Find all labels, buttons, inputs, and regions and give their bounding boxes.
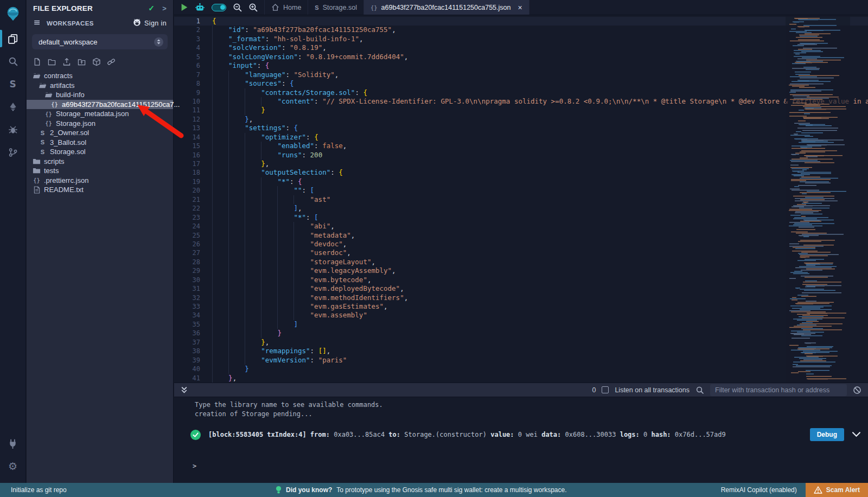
code-line: 15 "enabled": false, [174,142,868,150]
json-file-icon: {} [44,120,53,126]
line-number: 33 [174,302,212,311]
terminal-header-controls: 0 Listen on all transactions [592,384,861,396]
sign-in-button[interactable]: Sign in [133,18,167,28]
search-icon[interactable] [0,50,26,73]
code-line: 14 "optimizer": { [174,133,868,142]
terminal-info-lines: Type the library name to see available c… [174,397,868,418]
zoom-in-icon[interactable] [248,3,258,12]
line-number: 35 [174,320,212,329]
tab-home[interactable]: Home [264,0,308,15]
debugger-icon[interactable] [0,118,26,141]
file-tree-item[interactable]: S3_Ballot.sol [27,138,173,148]
upload-folder-icon[interactable] [77,58,86,66]
activity-bar-bottom: ⚙ [0,432,26,477]
solidity-compiler-icon[interactable]: S [0,73,26,95]
file-tree-item[interactable]: {}Storage_metadata.json [27,109,173,119]
file-label: scripts [44,157,65,165]
code-line: 3 "_format": "hh-sol-build-info-1", [174,35,868,43]
copilot-toggle[interactable] [212,4,226,11]
line-number: 2 [174,26,212,34]
remix-logo-icon[interactable] [0,0,26,27]
workspace-spinner-icon[interactable] [154,37,163,47]
line-number: 20 [174,186,212,195]
minimap[interactable] [786,15,850,383]
transaction-row[interactable]: [block:5583405 txIndex:4] from: 0xa03...… [190,428,860,441]
tab-storage-sol[interactable]: SStorage.sol [308,0,364,15]
file-label: tests [44,167,59,175]
new-folder-icon[interactable] [47,58,56,66]
hamburger-menu-icon[interactable] [33,20,41,28]
code-line: 6 "input": { [174,61,868,70]
debug-button[interactable]: Debug [810,428,844,441]
search-icon[interactable] [695,386,704,394]
file-tree-item[interactable]: S2_Owner.sol [27,128,173,138]
transaction-filter-input[interactable] [710,384,847,396]
transaction-count-badge: 0 [592,386,596,394]
pin-chevron-icon[interactable]: > [162,4,167,12]
code-line: 30 "evm.bytecode", [174,276,868,284]
workspace-select[interactable]: default_workspace [32,34,168,49]
workspaces-label: WORKSPACES [47,20,94,27]
code-line: 38 "remappings": [], [174,347,868,355]
file-tree-item[interactable]: SStorage.sol [27,147,173,157]
terminal-info-line: Type the library name to see available c… [195,400,868,410]
workspace-box-icon[interactable] [92,58,101,66]
file-tree-item[interactable]: README.txt [27,185,173,195]
deploy-run-icon[interactable] [0,95,26,118]
code-editor[interactable]: 1{2 "id": "a69b43f277ba20fcac141151250ca… [174,15,868,383]
file-tree-item[interactable]: artifacts [27,81,173,91]
file-tree-item[interactable]: build-info [27,90,173,100]
run-script-button[interactable] [181,3,188,11]
line-number: 23 [174,213,212,222]
tab-a69b43f277ba20fcac141151250ca755-json[interactable]: {}a69b43f277ba20fcac141151250ca755.json× [364,0,529,15]
tab-label: a69b43f277ba20fcac141151250ca755.json [381,4,511,11]
terminal-prompt[interactable]: > [193,462,196,470]
settings-icon[interactable]: ⚙ [0,455,26,477]
line-number: 25 [174,231,212,240]
file-tree-item[interactable]: contracts [27,71,173,81]
upload-file-icon[interactable] [62,58,71,66]
json-file-icon: {} [44,111,53,117]
git-init-status[interactable]: Initialize as git repo [0,486,67,494]
code-line: 33 "evm.gasEstimates", [174,302,868,311]
new-file-icon[interactable] [33,58,41,66]
git-icon[interactable] [0,141,26,164]
clear-console-icon[interactable] [853,386,861,394]
file-tree-item[interactable]: {}Storage.json [27,119,173,129]
workspace-name: default_workspace [39,38,97,46]
line-number: 22 [174,204,212,213]
ai-copilot-robot-icon[interactable] [195,3,205,12]
copilot-status[interactable]: RemixAI Copilot (enabled) [721,486,797,494]
terminal-body[interactable]: Type the library name to see available c… [174,397,868,483]
listen-all-checkbox[interactable] [602,386,609,393]
file-tree-item[interactable]: tests [27,166,173,176]
github-icon [133,18,141,28]
link-icon[interactable] [107,58,116,66]
folder-open-icon [32,72,41,79]
line-number: 4 [174,43,212,52]
expand-transaction-chevron-icon[interactable] [852,432,860,437]
tab-label: Storage.sol [323,4,357,11]
file-tree-item[interactable]: {}.prettierrc.json [27,176,173,186]
code-line: 36 } [174,329,868,337]
activity-bar: S ⚙ [0,0,26,483]
line-number: 14 [174,133,212,142]
close-tab-icon[interactable]: × [518,3,522,12]
file-tree-item[interactable]: scripts [27,157,173,167]
plugin-manager-icon[interactable] [0,432,26,455]
terminal-collapse-icon[interactable] [181,386,188,394]
line-number: 29 [174,266,212,275]
file-label: .prettierrc.json [44,176,88,184]
code-line: 11 } [174,106,868,114]
line-number: 3 [174,35,212,43]
zoom-out-icon[interactable] [233,3,242,12]
file-tree-item-selected[interactable]: {}a69b43f277ba20fcac141151250ca7... [27,100,173,110]
file-explorer-icon[interactable] [0,27,26,50]
code-line: 21 "ast" [174,195,868,204]
editor-tabbar: HomeSStorage.sol{}a69b43f277ba20fcac1411… [174,0,868,15]
scam-alert-button[interactable]: Scam Alert [806,483,868,497]
file-label: 2_Owner.sol [50,129,89,137]
terminal-header: 0 Listen on all transactions [174,383,868,397]
line-number: 18 [174,168,212,177]
file-tree: contractsartifactsbuild-info{}a69b43f277… [27,71,173,195]
